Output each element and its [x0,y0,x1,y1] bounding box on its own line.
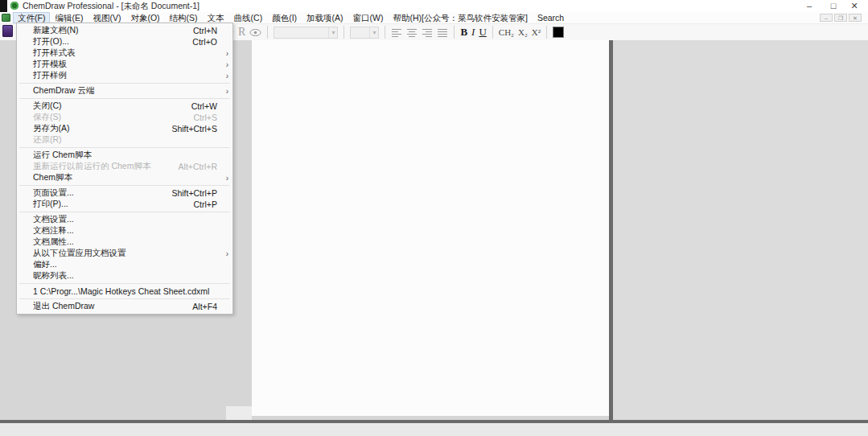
align-right-icon[interactable] [422,27,433,37]
file-menu-item[interactable]: 页面设置...Shift+Ctrl+P [17,187,232,199]
menubar-item[interactable]: 文本 [203,12,229,23]
file-menu-item[interactable]: 运行 Chem脚本 [17,150,232,161]
chemdraw-logo-icon [10,2,19,10]
menu-item-label: 重新运行以前运行的 Chem脚本 [33,161,150,172]
document-icon[interactable] [2,14,10,22]
file-menu-item[interactable]: ChemDraw 云端› [17,85,232,97]
toolbar-group: ↷ R ▾ ▾ [226,24,564,40]
menu-item-label: Chem脚本 [33,172,72,183]
superscript-button[interactable]: X² [532,27,541,37]
file-menu-item[interactable]: 打开模板› [17,59,232,70]
italic-button[interactable]: I [471,26,475,39]
file-menu-item[interactable]: 打开(O)...Ctrl+O [17,36,232,47]
menu-item-label: 打开(O)... [33,36,69,47]
submenu-arrow-icon: › [220,49,228,58]
page-right-edge-line [609,40,613,423]
mdi-minimize-button[interactable]: – [820,14,833,22]
font-name-combo[interactable]: ▾ [274,27,338,39]
menu-item-shortcut: Ctrl+O [192,37,220,47]
minimize-button[interactable]: – [800,0,818,11]
underline-button[interactable]: U [479,26,486,39]
menu-item-label: 文档设置... [33,214,74,225]
menu-item-label: ChemDraw 云端 [33,85,94,97]
file-menu-dropdown: 新建文档(N)Ctrl+N打开(O)...Ctrl+O打开样式表›打开模板›打开… [16,23,233,315]
file-menu-item[interactable]: 退出 ChemDrawAlt+F4 [17,301,232,312]
menu-separator [19,185,230,186]
submenu-arrow-icon: › [220,174,228,183]
mdi-restore-button[interactable]: ❐ [834,14,847,22]
menu-item-label: 还原(R) [33,134,62,146]
maximize-button[interactable]: □ [825,0,842,11]
bold-button[interactable]: B [460,26,467,39]
align-center-icon[interactable] [406,27,418,37]
menu-item-label: 运行 Chem脚本 [33,150,92,161]
toolbar-separator [385,26,385,39]
file-menu-item[interactable]: 打开样例› [17,70,232,81]
menu-item-shortcut: Alt+F4 [192,302,220,311]
chevron-down-icon[interactable]: ▾ [328,27,337,38]
menu-item-label: 打开样式表 [33,47,76,59]
menu-item-label: 打印(P)... [33,199,68,210]
menu-item-shortcut: Shift+Ctrl+S [171,124,220,134]
eye-icon[interactable] [249,28,261,37]
mdi-window-controls: – ❐ ✕ [820,14,862,22]
file-menu-item[interactable]: 偏好... [17,259,232,270]
file-menu-item[interactable]: 打印(P)...Ctrl+P [17,199,232,210]
align-left-icon[interactable] [391,27,402,37]
file-menu-item: 重新运行以前运行的 Chem脚本Alt+Ctrl+R [17,161,232,172]
file-menu-item[interactable]: 打开样式表› [17,47,232,59]
color-swatch[interactable] [553,27,564,38]
menubar-item[interactable]: 文件(F) [13,12,50,23]
menu-item-shortcut: Ctrl+W [191,101,220,111]
file-menu-item[interactable]: 关闭(C)Ctrl+W [17,101,232,112]
menubar-item[interactable]: 对象(O) [125,12,164,23]
file-menu-item[interactable]: 新建文档(N)Ctrl+N [17,25,232,36]
menubar-item[interactable]: 曲线(C) [229,12,268,23]
toolbar-separator [546,26,547,39]
align-justify-icon[interactable] [437,27,448,37]
subscript-button[interactable]: X₂ [518,27,528,37]
file-menu-item[interactable]: 文档属性... [17,237,232,248]
font-size-combo[interactable]: ▾ [350,27,379,39]
close-button[interactable]: ✕ [845,0,863,11]
page-corner-highlight [226,406,252,420]
menubar-item[interactable]: 帮助(H)[公众号：菜鸟软件安装管家] [389,12,533,23]
file-menu-item[interactable]: 文档设置... [17,214,232,225]
submenu-arrow-icon: › [220,60,228,69]
menu-item-label: 文档属性... [33,237,74,248]
menubar-item[interactable]: 加载项(A) [302,12,348,23]
file-menu-item[interactable]: 从以下位置应用文档设置› [17,248,232,259]
chevron-down-icon[interactable]: ▾ [369,27,378,38]
formula-button[interactable]: CH₂ [499,27,514,37]
file-menu-item: 还原(R) [17,134,232,146]
menu-separator [19,283,230,284]
file-menu-item[interactable]: 昵称列表... [17,270,232,282]
pasteboard-right [613,40,868,420]
menu-item-label: 页面设置... [33,187,74,199]
submenu-arrow-icon: › [220,72,228,80]
menu-item-shortcut: Ctrl+N [193,26,220,35]
menu-item-label: 偏好... [33,259,57,270]
menu-separator [19,212,230,212]
menu-item-label: 昵称列表... [33,270,74,282]
submenu-arrow-icon: › [220,249,228,258]
mdi-close-button[interactable]: ✕ [849,14,862,22]
menubar-item[interactable]: 视图(V) [88,12,125,23]
menubar-item[interactable]: Search [533,12,569,23]
toolbar-separator [454,26,455,39]
r-group-tool-icon[interactable]: R [238,26,245,39]
file-menu-item[interactable]: 1 C:\Progr...\Magic Hotkeys Cheat Sheet.… [17,286,232,297]
file-menu-item[interactable]: 文档注释... [17,225,232,237]
menubar-item[interactable]: 编辑(E) [50,12,88,23]
menubar-items: 文件(F)编辑(E)视图(V)对象(O)结构(S)文本曲线(C)颜色(I)加载项… [13,12,569,23]
menu-item-shortcut: Shift+Ctrl+P [171,188,220,198]
menubar-item[interactable]: 颜色(I) [267,12,302,23]
document-page-canvas[interactable] [252,40,609,416]
menu-separator [19,147,230,148]
file-menu-item[interactable]: 另存为(A)Shift+Ctrl+S [17,123,232,134]
menubar-item[interactable]: 结构(S) [165,12,203,23]
file-menu-item[interactable]: Chem脚本› [17,172,232,183]
toolbar-separator [343,26,344,39]
menubar-item[interactable]: 窗口(W) [348,12,389,23]
active-tool-icon[interactable] [2,25,13,37]
